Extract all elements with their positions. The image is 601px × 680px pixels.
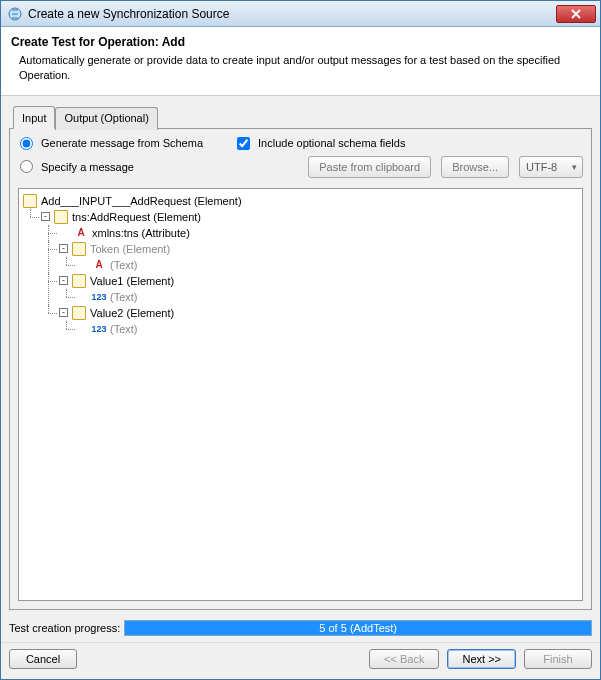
collapse-icon[interactable]: - (59, 244, 68, 253)
tab-content: Generate message from Schema Include opt… (9, 128, 592, 610)
progress-row: Test creation progress: 5 of 5 (AddTest) (1, 616, 600, 642)
tree-label: Token (Element) (88, 241, 170, 257)
page-description: Automatically generate or provide data t… (19, 53, 590, 83)
tree-label: (Text) (108, 257, 138, 273)
tree-label: (Text) (108, 289, 138, 305)
element-icon (72, 306, 86, 320)
tab-bar: Input Output (Optional) (9, 106, 592, 129)
tree-node-addrequest[interactable]: - tns:AddRequest (Element) A (41, 209, 580, 337)
back-button[interactable]: << Back (369, 649, 439, 669)
row-generate: Generate message from Schema Include opt… (18, 137, 583, 150)
body: Input Output (Optional) Generate message… (1, 96, 600, 616)
dialog-window: Create a new Synchronization Source Crea… (0, 0, 601, 680)
collapse-icon[interactable]: - (59, 276, 68, 285)
progress-text: 5 of 5 (AddTest) (125, 621, 591, 635)
label-generate[interactable]: Generate message from Schema (41, 137, 203, 149)
wizard-header: Create Test for Operation: Add Automatic… (1, 27, 600, 96)
attribute-icon: A (74, 226, 88, 240)
tree-label: (Text) (108, 321, 138, 337)
label-specify[interactable]: Specify a message (41, 161, 134, 173)
element-icon (72, 242, 86, 256)
progress-bar: 5 of 5 (AddTest) (124, 620, 592, 636)
collapse-icon[interactable]: - (41, 212, 50, 221)
tree-label: Value1 (Element) (88, 273, 174, 289)
numeric-icon: 123 (92, 290, 106, 304)
next-button[interactable]: Next >> (447, 649, 516, 669)
encoding-value: UTF-8 (526, 161, 557, 173)
tree-node-token[interactable]: - Token (Element) (59, 241, 580, 273)
tab-output[interactable]: Output (Optional) (55, 107, 157, 130)
element-icon (72, 274, 86, 288)
close-button[interactable] (556, 5, 596, 23)
schema-tree[interactable]: Add___INPUT___AddRequest (Element) - tns… (18, 188, 583, 601)
element-icon (54, 210, 68, 224)
collapse-icon[interactable]: - (59, 308, 68, 317)
paste-from-clipboard-button[interactable]: Paste from clipboard (308, 156, 431, 178)
page-title: Create Test for Operation: Add (11, 35, 590, 49)
encoding-dropdown[interactable]: UTF-8 (519, 156, 583, 178)
numeric-icon: 123 (92, 322, 106, 336)
tree-node-token-text[interactable]: A (Text) (77, 257, 580, 273)
tree-node-value1[interactable]: - Value1 (Element) (59, 273, 580, 305)
finish-button[interactable]: Finish (524, 649, 592, 669)
tree-label: tns:AddRequest (Element) (70, 209, 201, 225)
browse-button[interactable]: Browse... (441, 156, 509, 178)
tree-label: Add___INPUT___AddRequest (Element) (39, 193, 242, 209)
tree-node-value2-text[interactable]: 123 (Text) (77, 321, 580, 337)
titlebar[interactable]: Create a new Synchronization Source (1, 1, 600, 27)
tree-node-value1-text[interactable]: 123 (Text) (77, 289, 580, 305)
tree-label: xmlns:tns (Attribute) (90, 225, 190, 241)
window-title: Create a new Synchronization Source (28, 7, 556, 21)
progress-label: Test creation progress: (9, 622, 120, 634)
tab-input[interactable]: Input (13, 106, 55, 129)
app-icon (7, 6, 23, 22)
tree-node-value2[interactable]: - Value2 (Element) (59, 305, 580, 337)
button-row: Cancel << Back Next >> Finish (1, 642, 600, 679)
radio-specify-message[interactable] (20, 160, 33, 173)
cancel-button[interactable]: Cancel (9, 649, 77, 669)
row-specify: Specify a message Paste from clipboard B… (18, 156, 583, 178)
element-icon (23, 194, 37, 208)
tree-node-xmlns[interactable]: A xmlns:tns (Attribute) (59, 225, 580, 241)
label-include-optional[interactable]: Include optional schema fields (258, 137, 405, 149)
tree-node-root[interactable]: Add___INPUT___AddRequest (Element) - tns… (23, 193, 580, 337)
text-icon: A (92, 258, 106, 272)
checkbox-include-optional[interactable] (237, 137, 250, 150)
tree-label: Value2 (Element) (88, 305, 174, 321)
radio-generate-from-schema[interactable] (20, 137, 33, 150)
